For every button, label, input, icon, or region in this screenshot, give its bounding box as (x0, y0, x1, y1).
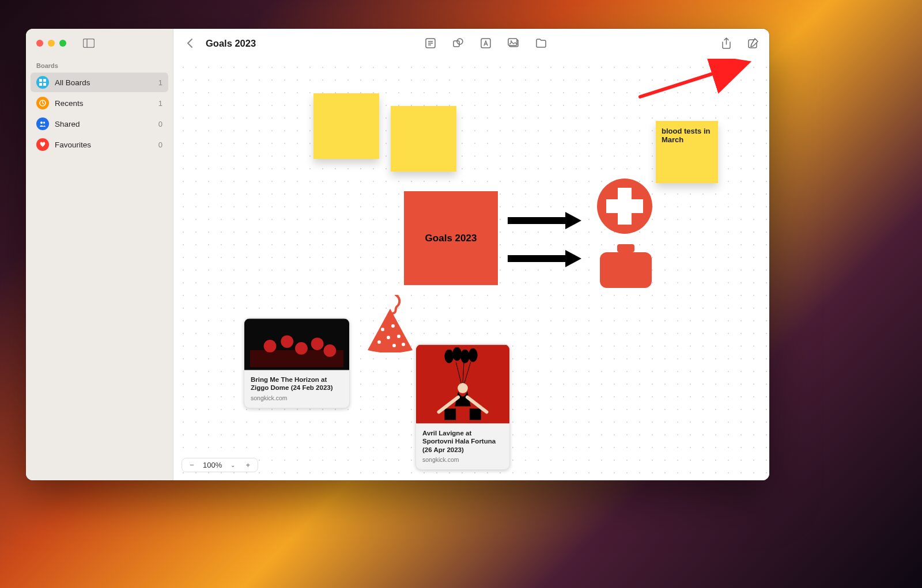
arrow-head-icon (565, 212, 581, 229)
sidebar-item-shared[interactable]: Shared 0 (31, 114, 168, 134)
medical-cross-icon (597, 179, 652, 234)
sidebar-item-all-boards[interactable]: All Boards 1 (31, 73, 168, 92)
card-thumbnail (416, 344, 509, 424)
grid-icon (36, 76, 49, 89)
minimize-window-button[interactable] (48, 40, 55, 47)
svg-point-42 (460, 350, 470, 363)
toolbar: Goals 2023 (173, 29, 769, 58)
sidebar-item-label: Shared (55, 120, 80, 128)
sidebar-item-label: Recents (55, 99, 84, 108)
insert-file-button[interactable] (535, 37, 547, 49)
sidebar-item-label: Favourites (55, 141, 91, 149)
svg-rect-0 (84, 39, 95, 48)
sidebar-list: All Boards 1 Recents 1 Shared 0 (26, 73, 173, 154)
connector-arrow[interactable] (508, 250, 588, 267)
sticky-note-icon (425, 38, 436, 48)
sticky-note[interactable] (391, 106, 456, 172)
zoom-out-button[interactable]: − (188, 461, 196, 469)
board-title: Goals 2023 (206, 38, 256, 49)
clipart-medical[interactable] (597, 179, 652, 234)
sidebar-item-count: 1 (158, 99, 163, 108)
back-button[interactable] (184, 37, 195, 49)
insert-note-button[interactable] (425, 37, 436, 49)
fullscreen-window-button[interactable] (59, 40, 66, 47)
briefcase-icon (600, 244, 652, 288)
svg-rect-23 (617, 244, 634, 252)
zoom-controls: − 100% ⌄ + (182, 458, 258, 472)
arrow-head-icon (565, 250, 581, 267)
svg-rect-46 (470, 408, 481, 420)
app-window: Boards All Boards 1 Recents 1 Sh (26, 29, 769, 480)
svg-rect-45 (444, 408, 456, 420)
textbox-icon (481, 38, 491, 48)
svg-rect-2 (39, 79, 42, 82)
zoom-dropdown-button[interactable]: ⌄ (229, 462, 237, 468)
share-button[interactable] (721, 37, 732, 49)
insert-toolbar (425, 37, 553, 49)
toggle-sidebar-button[interactable] (82, 38, 95, 48)
card-source: songkick.com (422, 456, 503, 463)
svg-point-30 (402, 343, 405, 346)
svg-point-8 (43, 122, 45, 123)
sidebar-item-count: 0 (158, 120, 163, 128)
svg-point-38 (323, 344, 336, 357)
svg-point-27 (387, 336, 390, 339)
compose-icon (748, 38, 758, 48)
clipart-party[interactable] (365, 295, 415, 352)
card-thumbnail (244, 318, 349, 370)
svg-point-36 (295, 342, 308, 355)
zoom-in-button[interactable]: + (244, 461, 252, 469)
party-hat-icon (365, 295, 415, 352)
svg-rect-24 (600, 252, 652, 288)
sticky-note[interactable]: blood tests in March (656, 121, 718, 183)
sidebar-item-count: 0 (158, 141, 163, 149)
card-title: Bring Me The Horizon at Ziggo Dome (24 F… (251, 375, 343, 392)
svg-point-41 (452, 347, 462, 361)
window-controls (26, 38, 173, 59)
people-icon (36, 117, 49, 130)
main-area: Goals 2023 (173, 29, 769, 480)
clipart-briefcase[interactable] (600, 244, 652, 288)
folder-icon (536, 39, 546, 48)
sidebar-item-count: 1 (158, 78, 163, 87)
compose-button[interactable] (747, 37, 759, 49)
svg-point-7 (40, 122, 43, 124)
canvas[interactable]: blood tests in March Goals 2023 (173, 58, 769, 480)
svg-point-31 (392, 344, 396, 347)
arrow-shaft (508, 217, 565, 224)
actions-toolbar (721, 37, 759, 49)
svg-point-37 (311, 337, 324, 350)
svg-point-43 (468, 348, 478, 362)
sidebar-item-label: All Boards (55, 78, 90, 87)
link-card[interactable]: Bring Me The Horizon at Ziggo Dome (24 F… (244, 318, 350, 408)
canvas-shape-goals-box[interactable]: Goals 2023 (404, 191, 498, 285)
svg-point-35 (281, 335, 293, 348)
svg-point-28 (397, 335, 400, 338)
svg-rect-4 (39, 83, 42, 86)
sidebar-item-recents[interactable]: Recents 1 (31, 93, 168, 113)
svg-point-34 (264, 340, 277, 352)
sticky-note-text: blood tests in March (662, 127, 711, 144)
insert-shape-button[interactable] (452, 37, 464, 49)
clock-icon (36, 97, 49, 109)
svg-point-29 (377, 340, 381, 344)
svg-point-14 (457, 39, 463, 44)
connector-arrow[interactable] (508, 212, 588, 229)
svg-point-44 (458, 383, 468, 393)
zoom-level[interactable]: 100% (203, 461, 222, 469)
svg-rect-22 (606, 199, 643, 213)
close-window-button[interactable] (36, 40, 43, 47)
canvas-shape-label: Goals 2023 (425, 233, 477, 244)
card-source: songkick.com (251, 394, 343, 401)
chevron-left-icon (186, 38, 193, 48)
link-card[interactable]: Avril Lavigne at Sportovni Hala Fortuna … (415, 344, 510, 470)
sidebar-item-favourites[interactable]: Favourites 0 (31, 135, 168, 154)
sticky-note[interactable] (313, 93, 379, 159)
share-icon (721, 37, 731, 49)
svg-rect-3 (43, 79, 46, 82)
sidebar-icon (83, 39, 95, 48)
sidebar: Boards All Boards 1 Recents 1 Sh (26, 29, 173, 480)
insert-image-button[interactable] (508, 37, 519, 49)
insert-text-button[interactable] (480, 37, 492, 49)
card-title: Avril Lavigne at Sportovni Hala Fortuna … (422, 429, 503, 454)
